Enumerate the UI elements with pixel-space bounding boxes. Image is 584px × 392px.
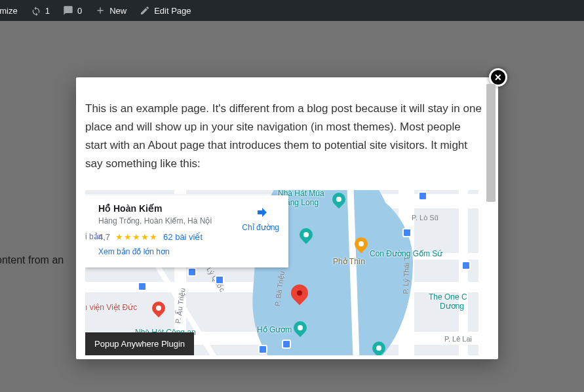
- transit-stop-icon[interactable]: [215, 275, 224, 284]
- modal-content: This is an example page. It's different …: [76, 77, 498, 359]
- map-trunc-text: i bản: [85, 232, 102, 241]
- admin-bar-edit-page[interactable]: Edit Page: [133, 0, 197, 21]
- refresh-count: 1: [45, 6, 50, 16]
- poi-viet-duc: ı viện Việt Đức: [85, 303, 137, 312]
- map-info-card: i bản Hồ Hoàn Kiếm Hàng Trống, Hoàn Kiếm…: [85, 195, 288, 267]
- transit-stop-icon[interactable]: [187, 267, 197, 277]
- transit-stop-icon[interactable]: [138, 282, 147, 291]
- poi-theater-2: ăng Long: [286, 198, 319, 207]
- embedded-map[interactable]: P. Lò Sũ P. Lý Thái Tổ P. Lê Lai P. Ấu T…: [85, 190, 478, 355]
- poi-pho-thin: Phở Thìn: [333, 257, 365, 266]
- map-reviews-link[interactable]: 62 bài viết: [163, 232, 203, 242]
- admin-bar-new[interactable]: New: [88, 0, 133, 21]
- popup-modal: ✕ This is an example page. It's differen…: [76, 77, 498, 359]
- map-stars-icon: ★★★★★: [115, 232, 158, 242]
- pencil-icon: [140, 5, 150, 16]
- refresh-icon: [31, 5, 41, 16]
- poi-duong: Dương: [440, 302, 464, 311]
- new-label: New: [109, 6, 127, 16]
- popup-caption: Popup Anywhere Plugin: [85, 332, 194, 355]
- map-directions-button[interactable]: Chỉ đường: [242, 205, 279, 232]
- transit-stop-icon[interactable]: [418, 191, 427, 201]
- admin-bar-customize[interactable]: omize: [0, 0, 24, 21]
- poi-ho-guom: Hồ Gươm: [257, 325, 292, 334]
- map-view-larger-link[interactable]: Xem bản đồ lớn hơn: [98, 247, 170, 256]
- transit-stop-icon[interactable]: [461, 261, 471, 270]
- road-label-le-lai: P. Lê Lai: [444, 335, 472, 343]
- transit-stop-icon[interactable]: [402, 228, 412, 237]
- comment-icon: [63, 5, 73, 16]
- poi-gom-su: Con Đường Gốm Sứ: [370, 249, 442, 258]
- plus-icon: [95, 5, 106, 16]
- transit-stop-icon[interactable]: [258, 345, 267, 354]
- intro-paragraph: This is an example page. It's different …: [85, 100, 482, 173]
- transit-stop-icon[interactable]: [282, 340, 291, 349]
- directions-icon: [253, 205, 269, 220]
- admin-bar-refresh[interactable]: 1: [24, 0, 56, 21]
- poi-the-one: The One C: [429, 292, 467, 302]
- edit-page-label: Edit Page: [154, 6, 191, 16]
- customize-label: omize: [0, 6, 18, 16]
- modal-scrollbar[interactable]: [486, 84, 496, 353]
- directions-label: Chỉ đường: [242, 223, 279, 232]
- comments-count: 0: [77, 6, 82, 16]
- wp-admin-bar: omize 1 0 New Edit Page: [0, 0, 584, 21]
- admin-bar-comments[interactable]: 0: [56, 0, 88, 21]
- map-pin-hospital[interactable]: [149, 299, 168, 317]
- scrollbar-thumb[interactable]: [486, 84, 496, 202]
- road-label-lo-su: P. Lò Sũ: [412, 214, 438, 222]
